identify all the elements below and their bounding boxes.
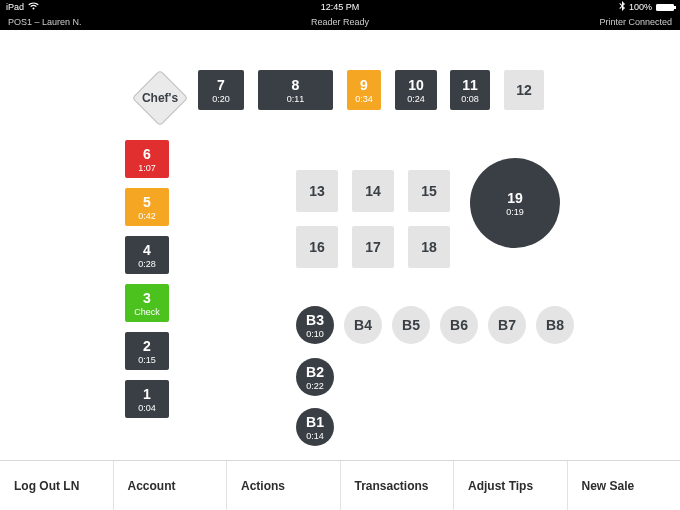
bar-seat-B5[interactable]: B5 (392, 306, 430, 344)
table-number: B4 (354, 317, 372, 333)
actions-button[interactable]: Actions (227, 461, 341, 510)
status-time: 12:45 PM (321, 2, 360, 12)
table-number: B1 (306, 414, 324, 430)
table-7[interactable]: 70:20 (198, 70, 244, 110)
floor-plan: Chef's 70:2080:1190:34100:24110:081261:0… (0, 30, 680, 460)
bar-seat-B7[interactable]: B7 (488, 306, 526, 344)
table-time: Check (134, 307, 160, 317)
table-19[interactable]: 190:19 (470, 158, 560, 248)
reader-status: Reader Ready (311, 17, 369, 27)
adjust-tips-button[interactable]: Adjust Tips (454, 461, 568, 510)
table-number: 2 (143, 338, 151, 354)
table-number: 14 (365, 183, 381, 199)
wifi-icon (28, 2, 39, 12)
chef-table[interactable]: Chef's (132, 70, 188, 126)
logout-button[interactable]: Log Out LN (0, 461, 114, 510)
table-11[interactable]: 110:08 (450, 70, 490, 110)
table-number: 7 (217, 77, 225, 93)
table-12[interactable]: 12 (504, 70, 544, 110)
table-14[interactable]: 14 (352, 170, 394, 212)
table-13[interactable]: 13 (296, 170, 338, 212)
table-time: 0:42 (138, 211, 156, 221)
table-time: 0:19 (506, 207, 524, 217)
table-time: 0:28 (138, 259, 156, 269)
table-time: 0:04 (138, 403, 156, 413)
table-number: 4 (143, 242, 151, 258)
table-number: 12 (516, 82, 532, 98)
table-5[interactable]: 50:42 (125, 188, 169, 226)
table-number: 15 (421, 183, 437, 199)
table-time: 0:10 (306, 329, 324, 339)
table-number: 5 (143, 194, 151, 210)
bottom-bar: Log Out LNAccountActionsTransactionsAdju… (0, 460, 680, 510)
chef-label: Chef's (142, 91, 178, 105)
bar-seat-B2[interactable]: B20:22 (296, 358, 334, 396)
table-4[interactable]: 40:28 (125, 236, 169, 274)
pos-id: POS1 – Lauren N. (8, 17, 82, 27)
table-3[interactable]: 3Check (125, 284, 169, 322)
pos-status-bar: POS1 – Lauren N. Reader Ready Printer Co… (0, 14, 680, 30)
table-number: 8 (292, 77, 300, 93)
table-number: B2 (306, 364, 324, 380)
account-button[interactable]: Account (114, 461, 228, 510)
table-number: 3 (143, 290, 151, 306)
table-time: 0:14 (306, 431, 324, 441)
table-time: 1:07 (138, 163, 156, 173)
bar-seat-B6[interactable]: B6 (440, 306, 478, 344)
table-1[interactable]: 10:04 (125, 380, 169, 418)
table-number: 17 (365, 239, 381, 255)
table-number: 11 (462, 77, 478, 93)
bluetooth-icon (619, 1, 625, 13)
table-number: B5 (402, 317, 420, 333)
bar-seat-B8[interactable]: B8 (536, 306, 574, 344)
table-time: 0:24 (407, 94, 425, 104)
table-17[interactable]: 17 (352, 226, 394, 268)
table-2[interactable]: 20:15 (125, 332, 169, 370)
table-9[interactable]: 90:34 (347, 70, 381, 110)
table-number: 18 (421, 239, 437, 255)
table-number: 16 (309, 239, 325, 255)
table-time: 0:08 (461, 94, 479, 104)
table-number: B7 (498, 317, 516, 333)
bar-seat-B4[interactable]: B4 (344, 306, 382, 344)
table-number: 6 (143, 146, 151, 162)
table-number: B8 (546, 317, 564, 333)
table-time: 0:22 (306, 381, 324, 391)
transactions-button[interactable]: Transactions (341, 461, 455, 510)
table-10[interactable]: 100:24 (395, 70, 437, 110)
ios-status-bar: iPad 12:45 PM 100% (0, 0, 680, 14)
battery-icon (656, 4, 674, 11)
table-number: 13 (309, 183, 325, 199)
bar-seat-B1[interactable]: B10:14 (296, 408, 334, 446)
bar-seat-B3[interactable]: B30:10 (296, 306, 334, 344)
table-15[interactable]: 15 (408, 170, 450, 212)
table-time: 0:20 (212, 94, 230, 104)
table-number: 10 (408, 77, 424, 93)
table-number: 9 (360, 77, 368, 93)
table-number: B6 (450, 317, 468, 333)
table-number: 1 (143, 386, 151, 402)
table-8[interactable]: 80:11 (258, 70, 333, 110)
table-18[interactable]: 18 (408, 226, 450, 268)
table-time: 0:34 (355, 94, 373, 104)
table-number: 19 (507, 190, 523, 206)
table-number: B3 (306, 312, 324, 328)
battery-label: 100% (629, 2, 652, 12)
table-16[interactable]: 16 (296, 226, 338, 268)
table-time: 0:11 (287, 94, 305, 104)
table-time: 0:15 (138, 355, 156, 365)
table-6[interactable]: 61:07 (125, 140, 169, 178)
printer-status: Printer Connected (599, 17, 672, 27)
device-label: iPad (6, 2, 24, 12)
new-sale-button[interactable]: New Sale (568, 461, 681, 510)
